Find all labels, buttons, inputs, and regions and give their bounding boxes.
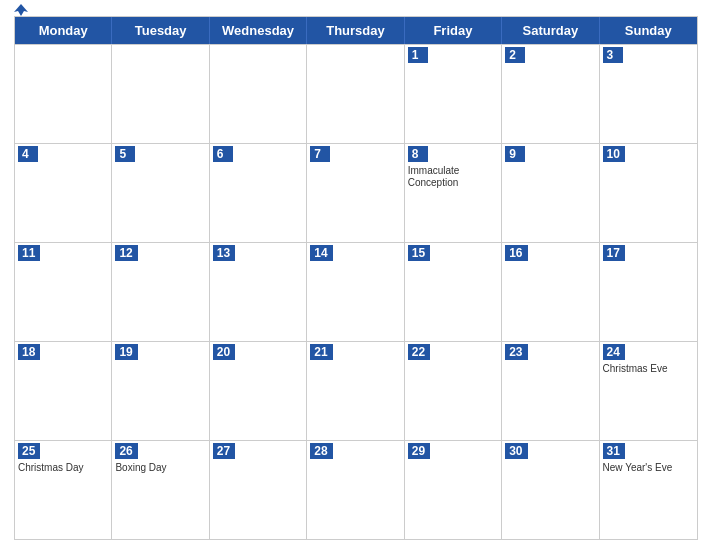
day-cell: 23 — [502, 342, 599, 440]
day-header-friday: Friday — [405, 17, 502, 44]
day-header-saturday: Saturday — [502, 17, 599, 44]
day-number: 5 — [115, 146, 135, 162]
day-cell: 20 — [210, 342, 307, 440]
day-number: 15 — [408, 245, 430, 261]
day-header-thursday: Thursday — [307, 17, 404, 44]
day-cell: 5 — [112, 144, 209, 242]
holiday-label: Christmas Eve — [603, 363, 694, 375]
holiday-label: Boxing Day — [115, 462, 205, 474]
day-number: 9 — [505, 146, 525, 162]
day-cell: 4 — [15, 144, 112, 242]
day-cell: 16 — [502, 243, 599, 341]
day-cell — [210, 45, 307, 143]
day-cell: 25Christmas Day — [15, 441, 112, 539]
day-cell: 26Boxing Day — [112, 441, 209, 539]
day-number: 10 — [603, 146, 625, 162]
day-cell — [307, 45, 404, 143]
day-number: 3 — [603, 47, 623, 63]
day-number: 21 — [310, 344, 332, 360]
day-number: 7 — [310, 146, 330, 162]
week-row-5: 25Christmas Day26Boxing Day2728293031New… — [15, 440, 697, 539]
day-cell: 29 — [405, 441, 502, 539]
day-cell — [112, 45, 209, 143]
day-number: 11 — [18, 245, 40, 261]
day-cell: 24Christmas Eve — [600, 342, 697, 440]
day-number: 18 — [18, 344, 40, 360]
week-row-4: 18192021222324Christmas Eve — [15, 341, 697, 440]
day-cell: 30 — [502, 441, 599, 539]
day-cell: 8Immaculate Conception — [405, 144, 502, 242]
day-cell: 11 — [15, 243, 112, 341]
logo-blue-text — [14, 4, 29, 16]
day-number: 17 — [603, 245, 625, 261]
day-cell: 18 — [15, 342, 112, 440]
week-row-1: 123 — [15, 44, 697, 143]
day-cell: 15 — [405, 243, 502, 341]
week-row-3: 11121314151617 — [15, 242, 697, 341]
day-number: 26 — [115, 443, 137, 459]
day-header-tuesday: Tuesday — [112, 17, 209, 44]
holiday-label: Immaculate Conception — [408, 165, 498, 189]
calendar: MondayTuesdayWednesdayThursdayFridaySatu… — [14, 16, 698, 540]
weeks-container: 12345678Immaculate Conception91011121314… — [15, 44, 697, 539]
day-number: 20 — [213, 344, 235, 360]
day-number: 8 — [408, 146, 428, 162]
day-number: 24 — [603, 344, 625, 360]
day-header-monday: Monday — [15, 17, 112, 44]
day-number: 1 — [408, 47, 428, 63]
day-number: 22 — [408, 344, 430, 360]
day-number: 16 — [505, 245, 527, 261]
day-cell: 7 — [307, 144, 404, 242]
day-cell: 21 — [307, 342, 404, 440]
day-cell: 12 — [112, 243, 209, 341]
day-cell: 3 — [600, 45, 697, 143]
logo-bird-icon — [14, 4, 28, 16]
day-cell: 14 — [307, 243, 404, 341]
day-number: 28 — [310, 443, 332, 459]
day-cell: 1 — [405, 45, 502, 143]
logo — [14, 4, 29, 16]
week-row-2: 45678Immaculate Conception910 — [15, 143, 697, 242]
day-cell: 6 — [210, 144, 307, 242]
day-number: 29 — [408, 443, 430, 459]
day-cell: 28 — [307, 441, 404, 539]
day-cell: 9 — [502, 144, 599, 242]
day-cell: 13 — [210, 243, 307, 341]
day-headers-row: MondayTuesdayWednesdayThursdayFridaySatu… — [15, 17, 697, 44]
day-number: 19 — [115, 344, 137, 360]
day-cell: 10 — [600, 144, 697, 242]
day-cell: 27 — [210, 441, 307, 539]
day-number: 4 — [18, 146, 38, 162]
calendar-container: MondayTuesdayWednesdayThursdayFridaySatu… — [0, 0, 712, 550]
day-cell: 2 — [502, 45, 599, 143]
holiday-label: New Year's Eve — [603, 462, 694, 474]
day-number: 2 — [505, 47, 525, 63]
day-cell — [15, 45, 112, 143]
day-number: 27 — [213, 443, 235, 459]
day-cell: 17 — [600, 243, 697, 341]
day-number: 25 — [18, 443, 40, 459]
day-number: 13 — [213, 245, 235, 261]
day-cell: 19 — [112, 342, 209, 440]
svg-marker-0 — [14, 4, 28, 16]
day-cell: 31New Year's Eve — [600, 441, 697, 539]
day-number: 31 — [603, 443, 625, 459]
day-header-sunday: Sunday — [600, 17, 697, 44]
day-cell: 22 — [405, 342, 502, 440]
day-number: 14 — [310, 245, 332, 261]
day-number: 12 — [115, 245, 137, 261]
day-number: 23 — [505, 344, 527, 360]
holiday-label: Christmas Day — [18, 462, 108, 474]
day-header-wednesday: Wednesday — [210, 17, 307, 44]
day-number: 6 — [213, 146, 233, 162]
day-number: 30 — [505, 443, 527, 459]
